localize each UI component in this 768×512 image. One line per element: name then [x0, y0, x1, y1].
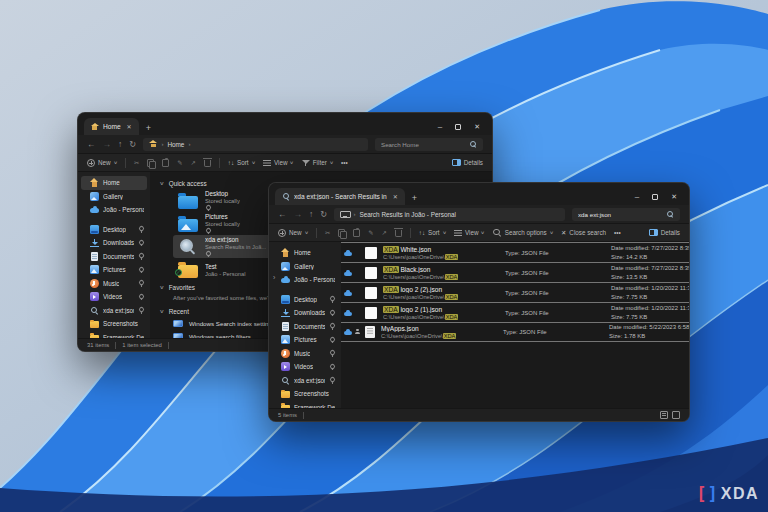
- details-button[interactable]: Details: [452, 159, 483, 166]
- tab-search-results[interactable]: xda ext:json - Search Results in ✕: [275, 188, 405, 205]
- filter-button[interactable]: Filter ∨: [302, 159, 333, 167]
- sidebar-item[interactable]: Framework Desk: [81, 331, 147, 339]
- sidebar-item-label: Documents: [103, 253, 134, 260]
- sidebar-item[interactable]: › Framework Desk: [272, 401, 338, 409]
- new-tab-button[interactable]: +: [412, 193, 417, 203]
- chevron-down-icon: ∨: [290, 160, 295, 165]
- paste-icon: [162, 159, 169, 167]
- file-path: C:\Users\joao\OneDrive\XDA: [381, 333, 503, 339]
- rename-button[interactable]: ✎: [368, 229, 373, 236]
- view-icon: [454, 229, 462, 237]
- sidebar-item[interactable]: Home: [81, 176, 147, 190]
- search-input[interactable]: xda ext:json: [572, 208, 680, 221]
- sidebar-item[interactable]: Music: [81, 277, 147, 291]
- more-button[interactable]: •••: [341, 159, 348, 166]
- search-highlight: XDA: [443, 333, 457, 339]
- share-button[interactable]: ↗: [190, 159, 195, 166]
- file-row[interactable]: XDA White.json C:\Users\joao\OneDrive\XD…: [341, 242, 689, 262]
- sidebar-item[interactable]: › xda ext:json: [272, 374, 338, 388]
- sidebar-item[interactable]: Documents: [81, 250, 147, 264]
- address-bar[interactable]: › Home ›: [143, 138, 368, 151]
- sidebar-item[interactable]: Desktop: [81, 223, 147, 237]
- sidebar-item[interactable]: xda ext:json: [81, 304, 147, 318]
- file-row[interactable]: XDA Black.json C:\Users\joao\OneDrive\XD…: [341, 262, 689, 282]
- file-row[interactable]: XDA logo 2 (1).json C:\Users\joao\OneDri…: [341, 302, 689, 322]
- sidebar-item[interactable]: Videos: [81, 290, 147, 304]
- tab-home[interactable]: Home ✕: [84, 118, 139, 135]
- view-button[interactable]: View ∨: [454, 229, 485, 237]
- breadcrumb[interactable]: Search Results in João - Personal: [359, 211, 456, 218]
- rename-button[interactable]: ✎: [177, 159, 182, 166]
- sidebar-item[interactable]: › Downloads: [272, 306, 338, 320]
- sidebar-item[interactable]: › Home: [272, 246, 338, 260]
- paste-button[interactable]: [162, 159, 169, 167]
- sidebar-item[interactable]: › Documents: [272, 320, 338, 334]
- minimize-button[interactable]: –: [438, 122, 442, 131]
- tab-close-icon[interactable]: ✕: [127, 123, 132, 130]
- expander-chevron-icon[interactable]: ›: [273, 274, 275, 281]
- search-input[interactable]: Search Home: [375, 138, 483, 151]
- maximize-button[interactable]: [455, 124, 461, 130]
- cut-button[interactable]: ✂: [134, 159, 139, 166]
- sidebar-item[interactable]: João - Personal: [81, 203, 147, 217]
- delete-button[interactable]: [204, 158, 211, 167]
- more-button[interactable]: •••: [614, 229, 621, 236]
- forward-icon[interactable]: →: [103, 140, 112, 149]
- tab-close-icon[interactable]: ✕: [393, 193, 398, 200]
- sidebar-item-label: Downloads: [294, 309, 325, 316]
- paste-button[interactable]: [353, 229, 360, 237]
- search-options-button[interactable]: Search options ∨: [493, 228, 553, 237]
- sidebar-item[interactable]: › João - Personal: [272, 273, 338, 287]
- sort-button[interactable]: ↑↓ Sort ∨: [228, 159, 255, 166]
- details-button[interactable]: Details: [649, 229, 680, 236]
- sidebar-item[interactable]: › Desktop: [272, 293, 338, 307]
- close-search-button[interactable]: ✕ Close search: [561, 229, 606, 236]
- copy-button[interactable]: [338, 229, 345, 237]
- delete-button[interactable]: [395, 228, 402, 237]
- sidebar-item[interactable]: › Screenshots: [272, 387, 338, 401]
- new-button[interactable]: New ∨: [87, 159, 117, 167]
- back-icon[interactable]: ←: [278, 210, 287, 219]
- address-bar[interactable]: › Search Results in João - Personal: [334, 208, 565, 221]
- file-row[interactable]: XDA logo 2 (2).json C:\Users\joao\OneDri…: [341, 282, 689, 302]
- new-tab-button[interactable]: +: [146, 123, 151, 133]
- details-pane-icon: [649, 229, 658, 236]
- view-button[interactable]: View ∨: [263, 159, 294, 167]
- search-highlight: XDA: [383, 306, 399, 313]
- minimize-button[interactable]: –: [635, 192, 639, 201]
- file-name: XDA Black.json: [383, 266, 505, 273]
- file-row[interactable]: MyApps.json C:\Users\joao\OneDrive\XDA T…: [341, 322, 689, 342]
- details-view-button[interactable]: [660, 411, 668, 419]
- refresh-icon[interactable]: ↻: [320, 210, 327, 219]
- sidebar-item[interactable]: Gallery: [81, 190, 147, 204]
- sidebar-item[interactable]: Downloads: [81, 236, 147, 250]
- file-path: C:\Users\joao\OneDrive\XDA: [383, 314, 505, 320]
- cut-button[interactable]: ✂: [325, 229, 330, 236]
- up-icon[interactable]: ↑: [309, 210, 313, 219]
- sync-check-icon: ✓: [175, 269, 182, 276]
- close-button[interactable]: ✕: [474, 123, 480, 131]
- forward-icon[interactable]: →: [294, 210, 303, 219]
- sort-button[interactable]: ↑↓ Sort ∨: [419, 229, 446, 236]
- file-date: Date modified: 5/22/2023 6:58 PM: [609, 324, 689, 330]
- close-button[interactable]: ✕: [671, 193, 677, 201]
- sidebar-item[interactable]: Screenshots: [81, 317, 147, 331]
- refresh-icon[interactable]: ↻: [129, 140, 136, 149]
- copy-button[interactable]: [147, 159, 154, 167]
- search-options-icon: [493, 228, 502, 237]
- maximize-button[interactable]: [652, 194, 658, 200]
- back-icon[interactable]: ←: [87, 140, 96, 149]
- sidebar-item[interactable]: Pictures: [81, 263, 147, 277]
- sidebar-item[interactable]: › Pictures: [272, 333, 338, 347]
- new-button[interactable]: New ∨: [278, 229, 308, 237]
- sidebar-item-label: Videos: [294, 363, 313, 370]
- sidebar-item[interactable]: › Videos: [272, 360, 338, 374]
- large-icons-view-button[interactable]: [672, 411, 680, 419]
- share-button[interactable]: ↗: [381, 229, 386, 236]
- sidebar-item[interactable]: › Gallery: [272, 260, 338, 274]
- breadcrumb[interactable]: Home: [167, 141, 184, 148]
- tile-name: Pictures: [205, 213, 240, 220]
- new-icon: [278, 229, 286, 237]
- sidebar-item[interactable]: › Music: [272, 347, 338, 361]
- up-icon[interactable]: ↑: [118, 140, 122, 149]
